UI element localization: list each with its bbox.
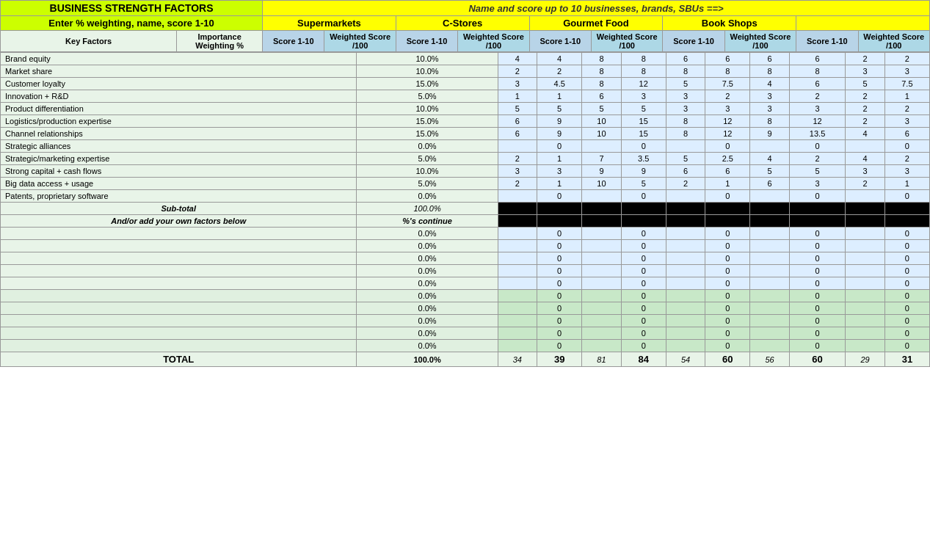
table-cell[interactable]: 0 [884,252,929,265]
extra-factor-name[interactable] [1,228,357,240]
table-cell[interactable] [582,277,621,290]
table-cell[interactable]: 0 [705,252,750,265]
table-cell[interactable]: 0 [789,340,846,352]
table-cell[interactable]: 1 [884,178,929,190]
table-cell[interactable]: 8 [705,65,750,78]
table-cell[interactable] [750,315,789,327]
table-cell[interactable]: 0 [884,315,929,327]
table-cell[interactable]: 0 [884,277,929,290]
table-cell[interactable] [846,277,884,290]
table-cell[interactable]: 8 [582,53,621,65]
table-cell[interactable] [666,240,705,252]
table-cell[interactable] [582,327,621,340]
business-3[interactable]: Book Shops [663,16,796,31]
table-cell[interactable]: 0 [621,277,666,290]
table-cell[interactable]: 8 [750,115,789,128]
table-cell[interactable]: 6 [750,178,789,190]
table-cell[interactable]: 2 [789,153,846,165]
table-cell[interactable]: 0 [705,228,750,240]
table-cell[interactable] [582,302,621,315]
table-cell[interactable]: 5 [666,153,705,165]
table-cell[interactable] [498,327,537,340]
table-cell[interactable] [750,252,789,265]
table-cell[interactable]: 3.5 [621,153,666,165]
table-cell[interactable] [582,252,621,265]
table-cell[interactable]: 1 [537,153,582,165]
table-cell[interactable]: 9 [750,128,789,140]
table-cell[interactable]: 9 [621,165,666,178]
table-cell[interactable] [582,228,621,240]
extra-factor-name[interactable] [1,240,357,252]
table-cell[interactable] [666,190,705,203]
table-cell[interactable]: 1 [498,90,537,103]
table-cell[interactable]: 2 [846,53,884,65]
table-cell[interactable]: 12 [705,115,750,128]
business-0[interactable]: Supermarkets [263,16,396,31]
table-cell[interactable]: 9 [537,115,582,128]
table-cell[interactable] [666,290,705,302]
table-cell[interactable]: 4 [846,153,884,165]
table-cell[interactable]: 0 [537,315,582,327]
extra-factor-name[interactable] [1,277,357,290]
table-cell[interactable]: 6 [705,165,750,178]
table-cell[interactable]: 0 [621,228,666,240]
table-cell[interactable] [846,252,884,265]
table-cell[interactable]: 0 [789,302,846,315]
table-cell[interactable]: 0 [705,265,750,277]
table-cell[interactable]: 0 [884,340,929,352]
table-cell[interactable]: 8 [621,53,666,65]
table-cell[interactable]: 0 [884,240,929,252]
table-cell[interactable]: 2 [846,103,884,115]
table-cell[interactable] [498,140,537,153]
table-cell[interactable]: 0 [621,252,666,265]
table-cell[interactable]: 0 [537,252,582,265]
table-cell[interactable]: 0 [705,240,750,252]
table-cell[interactable]: 2 [884,103,929,115]
table-cell[interactable]: 9 [537,128,582,140]
table-cell[interactable]: 0 [621,340,666,352]
table-cell[interactable]: 0 [789,140,846,153]
table-cell[interactable] [750,190,789,203]
table-cell[interactable]: 10 [582,178,621,190]
table-cell[interactable]: 15 [621,115,666,128]
table-cell[interactable]: 5 [750,165,789,178]
table-cell[interactable]: 0 [621,240,666,252]
table-cell[interactable]: 3 [789,103,846,115]
table-cell[interactable]: 2 [705,90,750,103]
table-cell[interactable] [750,265,789,277]
table-cell[interactable]: 3 [537,165,582,178]
table-cell[interactable]: 5 [498,103,537,115]
table-cell[interactable]: 2 [498,153,537,165]
table-cell[interactable]: 0 [789,265,846,277]
table-cell[interactable] [666,277,705,290]
table-cell[interactable] [666,340,705,352]
table-cell[interactable]: 5 [621,178,666,190]
table-cell[interactable]: 6 [498,128,537,140]
table-cell[interactable]: 6 [582,90,621,103]
table-cell[interactable]: 2.5 [705,153,750,165]
table-cell[interactable]: 3 [705,103,750,115]
table-cell[interactable]: 3 [498,165,537,178]
table-cell[interactable] [498,228,537,240]
table-cell[interactable]: 0 [537,228,582,240]
table-cell[interactable]: 7.5 [705,78,750,90]
table-cell[interactable] [666,265,705,277]
table-cell[interactable] [846,302,884,315]
table-cell[interactable] [498,315,537,327]
table-cell[interactable] [666,140,705,153]
table-cell[interactable]: 0 [621,140,666,153]
table-cell[interactable]: 5 [621,103,666,115]
table-cell[interactable]: 0 [789,327,846,340]
table-cell[interactable]: 10 [582,115,621,128]
table-cell[interactable]: 0 [705,277,750,290]
table-cell[interactable] [582,240,621,252]
extra-factor2-name[interactable] [1,302,357,315]
table-cell[interactable]: 0 [537,327,582,340]
table-cell[interactable]: 0 [705,290,750,302]
table-cell[interactable]: 4 [537,53,582,65]
table-cell[interactable]: 3 [666,103,705,115]
table-cell[interactable]: 6 [884,128,929,140]
business-4[interactable] [796,16,930,31]
table-cell[interactable]: 0 [705,327,750,340]
table-cell[interactable]: 4 [750,78,789,90]
